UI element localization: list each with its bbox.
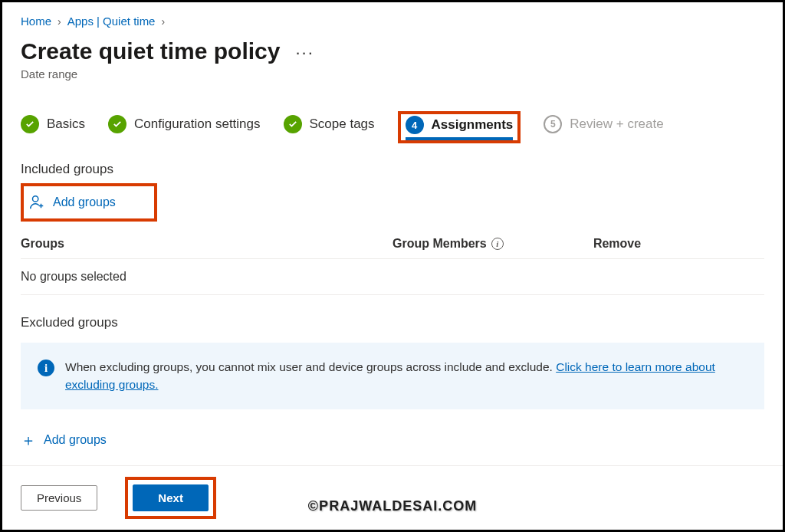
step-assignments[interactable]: 4 Assignments	[406, 116, 514, 139]
column-members: Group Members i	[392, 237, 593, 251]
step-number-icon: 5	[544, 115, 562, 133]
breadcrumb-home[interactable]: Home	[21, 15, 51, 28]
check-icon	[284, 115, 302, 133]
add-groups-label: Add groups	[53, 195, 116, 209]
more-actions-icon[interactable]: ···	[295, 43, 314, 63]
info-banner: i When excluding groups, you cannot mix …	[21, 343, 764, 409]
step-configuration[interactable]: Configuration settings	[108, 115, 260, 140]
step-basics[interactable]: Basics	[21, 115, 85, 140]
check-icon	[108, 115, 126, 133]
info-text: When excluding groups, you cannot mix us…	[65, 360, 556, 373]
previous-button[interactable]: Previous	[21, 485, 97, 511]
step-number-icon: 4	[406, 116, 424, 134]
check-icon	[21, 115, 39, 133]
highlight-annotation: 4 Assignments	[398, 111, 521, 143]
person-add-icon	[28, 194, 45, 211]
info-icon[interactable]: i	[491, 238, 504, 250]
chevron-right-icon: ›	[161, 15, 165, 28]
breadcrumb: Home › Apps | Quiet time ›	[21, 15, 764, 28]
step-label: Basics	[47, 117, 85, 132]
column-groups: Groups	[21, 237, 392, 251]
breadcrumb-apps[interactable]: Apps | Quiet time	[67, 15, 156, 28]
step-review: 5 Review + create	[544, 115, 663, 140]
step-label: Review + create	[570, 117, 663, 132]
chevron-right-icon: ›	[57, 15, 61, 28]
highlight-annotation: Next	[125, 477, 216, 519]
table-row: No groups selected	[21, 259, 764, 295]
next-button[interactable]: Next	[133, 484, 209, 511]
info-icon: i	[38, 360, 54, 376]
excluded-groups-heading: Excluded groups	[21, 315, 764, 330]
svg-point-0	[33, 196, 38, 202]
add-excluded-groups-button[interactable]: ＋ Add groups	[21, 432, 764, 448]
step-label: Configuration settings	[134, 117, 260, 132]
watermark: ©PRAJWALDESAI.COM	[308, 498, 477, 514]
page-subtitle: Date range	[21, 67, 764, 80]
highlight-annotation: Add groups	[21, 183, 157, 222]
page-title: Create quiet time policy	[21, 38, 280, 64]
step-label: Scope tags	[310, 117, 375, 132]
add-groups-button[interactable]: Add groups	[24, 186, 154, 218]
wizard-stepper: Basics Configuration settings Scope tags…	[21, 111, 764, 143]
add-excluded-label: Add groups	[44, 433, 107, 447]
wizard-footer: Previous Next	[2, 465, 783, 530]
included-groups-heading: Included groups	[21, 162, 764, 177]
plus-icon: ＋	[21, 432, 36, 448]
info-banner-text: When excluding groups, you cannot mix us…	[65, 358, 747, 394]
column-remove: Remove	[593, 237, 764, 251]
column-members-label: Group Members	[392, 237, 487, 251]
groups-table-header: Groups Group Members i Remove	[21, 232, 764, 259]
step-scope-tags[interactable]: Scope tags	[284, 115, 375, 140]
step-label: Assignments	[432, 117, 514, 133]
